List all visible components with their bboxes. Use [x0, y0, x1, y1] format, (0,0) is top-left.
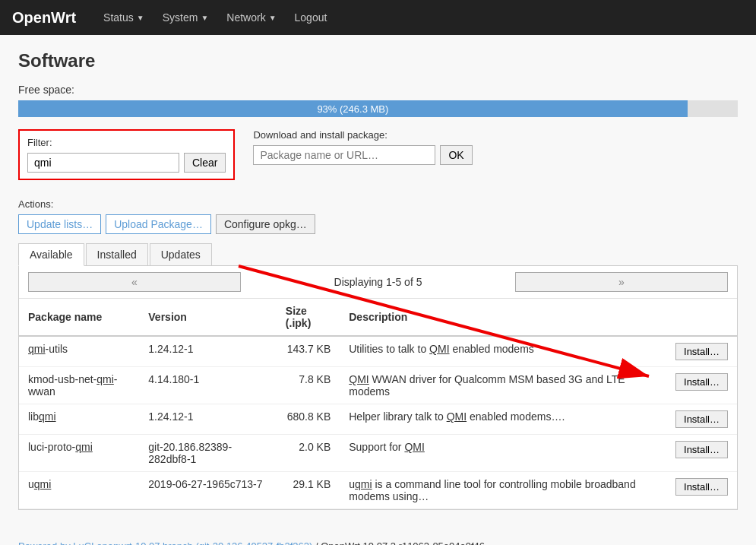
filter-label: Filter: — [27, 137, 226, 148]
page-info: Displaying 1-5 of 5 — [334, 276, 422, 288]
next-page-button[interactable]: » — [515, 272, 728, 292]
chevron-down-icon: ▼ — [269, 14, 277, 22]
package-table: Package name Version Size (.ipk) Descrip… — [19, 299, 737, 509]
nav-logout[interactable]: Logout — [286, 0, 337, 35]
update-lists-button[interactable]: Update lists… — [18, 214, 101, 234]
footer-luci-link[interactable]: Powered by LuCI openwrt-19.07 branch (gi… — [18, 540, 312, 545]
size-cell: 680.8 KB — [277, 404, 340, 435]
col-package-name: Package name — [19, 299, 139, 336]
package-name-cell: uqmi — [19, 472, 139, 509]
install-button[interactable]: Install… — [675, 478, 728, 496]
action-cell: Install… — [666, 435, 737, 472]
nav-status[interactable]: Status ▼ — [94, 0, 153, 35]
tabs: Available Installed Updates — [18, 243, 738, 266]
table-row: luci-proto-qmigit-20.186.82389-282dbf8-1… — [19, 435, 737, 472]
download-input[interactable] — [253, 145, 435, 165]
nav-system[interactable]: System ▼ — [153, 0, 218, 35]
filter-input[interactable] — [27, 153, 179, 173]
progress-bar-container: 93% (246.3 MB) — [18, 100, 738, 117]
install-button[interactable]: Install… — [675, 410, 728, 428]
chevron-down-icon: ▼ — [137, 14, 144, 22]
filter-box: Filter: Clear — [18, 129, 235, 180]
version-cell: 2019-06-27-1965c713-7 — [139, 472, 277, 509]
package-name-cell: qmi-utils — [19, 336, 139, 367]
tab-updates[interactable]: Updates — [150, 243, 212, 265]
download-input-row: OK — [253, 145, 738, 165]
package-name-cell: libqmi — [19, 404, 139, 435]
actions-row: Update lists… Upload Package… Configure … — [18, 214, 315, 234]
description-cell: QMI WWAN driver for Qualcomm MSM based 3… — [340, 367, 666, 404]
action-cell: Install… — [666, 336, 737, 367]
brand[interactable]: OpenWrt — [12, 9, 76, 27]
actions-box: Actions: Update lists… Upload Package… C… — [18, 198, 315, 234]
version-cell: git-20.186.82389-282dbf8-1 — [139, 435, 277, 472]
configure-opkg-button[interactable]: Configure opkg… — [216, 214, 315, 234]
annotation-container: Available Installed Updates « Displaying… — [18, 243, 738, 510]
col-action — [666, 299, 737, 336]
package-name-cell: kmod-usb-net-qmi-wwan — [19, 367, 139, 404]
tab-installed[interactable]: Installed — [86, 243, 148, 265]
install-button[interactable]: Install… — [675, 343, 728, 360]
free-space-label: Free space: — [18, 84, 738, 96]
nav-network[interactable]: Network ▼ — [217, 0, 285, 35]
table-row: kmod-usb-net-qmi-wwan4.14.180-17.8 KBQMI… — [19, 367, 737, 404]
download-label: Download and install package: — [253, 129, 738, 141]
version-cell: 1.24.12-1 — [139, 336, 277, 367]
size-cell: 2.0 KB — [277, 435, 340, 472]
progress-text: 93% (246.3 MB) — [317, 103, 388, 115]
col-size: Size (.ipk) — [277, 299, 340, 336]
action-cell: Install… — [666, 404, 737, 435]
main-content: Software Free space: 93% (246.3 MB) Filt… — [0, 35, 756, 525]
table-header-row: Package name Version Size (.ipk) Descrip… — [19, 299, 737, 336]
action-cell: Install… — [666, 472, 737, 509]
pagination-row: « Displaying 1-5 of 5 » — [19, 266, 737, 299]
version-cell: 1.24.12-1 — [139, 404, 277, 435]
filter-input-row: Clear — [27, 153, 226, 173]
description-cell: Helper library talk to QMI enabled modem… — [340, 404, 666, 435]
prev-page-button[interactable]: « — [28, 272, 241, 292]
ok-button[interactable]: OK — [440, 145, 472, 165]
col-version: Version — [139, 299, 277, 336]
install-button[interactable]: Install… — [675, 441, 728, 458]
chevron-down-icon: ▼ — [201, 14, 208, 22]
description-cell: Utilities to talk to QMI enabled modems — [340, 336, 666, 367]
tab-available[interactable]: Available — [18, 243, 84, 266]
footer: Powered by LuCI openwrt-19.07 branch (gi… — [0, 525, 756, 545]
controls-row: Filter: Clear Download and install packa… — [18, 129, 738, 234]
actions-label: Actions: — [18, 198, 315, 210]
description-cell: uqmi is a command line tool for controll… — [340, 472, 666, 509]
upload-package-button[interactable]: Upload Package… — [106, 214, 211, 234]
table-area: « Displaying 1-5 of 5 » Package name Ver… — [18, 266, 738, 510]
description-cell: Support for QMI — [340, 435, 666, 472]
size-cell: 29.1 KB — [277, 472, 340, 509]
install-button[interactable]: Install… — [675, 373, 728, 391]
action-cell: Install… — [666, 367, 737, 404]
table-row: uqmi2019-06-27-1965c713-729.1 KBuqmi is … — [19, 472, 737, 509]
version-cell: 4.14.180-1 — [139, 367, 277, 404]
progress-bar-fill: 93% (246.3 MB) — [18, 100, 688, 117]
table-row: libqmi1.24.12-1680.8 KBHelper library ta… — [19, 404, 737, 435]
col-description: Description — [340, 299, 666, 336]
package-name-cell: luci-proto-qmi — [19, 435, 139, 472]
footer-version: / OpenWrt 19.07.3 r11063-85e04e9f46 — [315, 540, 485, 545]
page-title: Software — [18, 50, 738, 71]
size-cell: 7.8 KB — [277, 367, 340, 404]
table-row: qmi-utils1.24.12-1143.7 KBUtilities to t… — [19, 336, 737, 367]
navbar: OpenWrt Status ▼ System ▼ Network ▼ Logo… — [0, 0, 756, 35]
size-cell: 143.7 KB — [277, 336, 340, 367]
clear-button[interactable]: Clear — [184, 153, 226, 173]
download-box: Download and install package: OK — [253, 129, 738, 165]
